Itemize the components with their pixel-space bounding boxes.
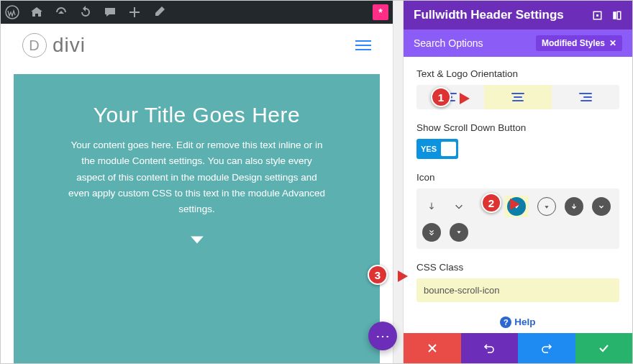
toggle-yes-label: YES bbox=[416, 145, 441, 153]
arrow-down-circle-fill-icon[interactable] bbox=[565, 197, 583, 216]
align-left-option[interactable] bbox=[416, 85, 484, 109]
arrow-down-thin-icon[interactable] bbox=[422, 197, 441, 216]
help-link[interactable]: ?Help bbox=[416, 317, 619, 328]
add-icon[interactable] bbox=[127, 5, 142, 19]
wp-logo-icon[interactable] bbox=[5, 5, 19, 19]
show-scroll-toggle[interactable]: YES bbox=[416, 139, 458, 159]
double-chevron-circle-icon[interactable] bbox=[422, 223, 441, 242]
svg-rect-2 bbox=[596, 14, 598, 17]
settings-panel: Fullwidth Header Settings Search Options… bbox=[403, 1, 632, 363]
align-right-option[interactable] bbox=[552, 85, 619, 109]
hero-title[interactable]: Your Title Goes Here bbox=[42, 103, 351, 127]
css-class-input[interactable] bbox=[416, 278, 619, 302]
chevron-down-circle-fill-icon[interactable] bbox=[592, 197, 611, 216]
expand-icon[interactable] bbox=[592, 10, 603, 21]
icon-picker bbox=[416, 188, 619, 249]
panel-title: Fullwidth Header Settings bbox=[414, 8, 564, 22]
help-label: Help bbox=[514, 317, 535, 327]
fullwidth-header-preview: Your Title Goes Here Your content goes h… bbox=[14, 74, 380, 363]
css-class-label: CSS Class bbox=[416, 262, 619, 273]
home-icon[interactable] bbox=[29, 5, 44, 19]
redo-button[interactable] bbox=[518, 333, 575, 363]
dashboard-icon[interactable] bbox=[54, 5, 68, 19]
caret-down-circle-fill-icon[interactable] bbox=[450, 223, 468, 242]
close-icon[interactable]: ✕ bbox=[609, 38, 616, 48]
save-button[interactable] bbox=[575, 333, 633, 363]
divi-logo-mark: D bbox=[22, 33, 47, 58]
help-icon: ? bbox=[500, 317, 511, 328]
undo-button[interactable] bbox=[461, 333, 519, 363]
orientation-segmented bbox=[416, 85, 619, 109]
comments-icon[interactable] bbox=[103, 5, 117, 19]
updates-icon[interactable] bbox=[78, 5, 93, 19]
panel-search-bar[interactable]: Search Options Modified Styles ✕ bbox=[404, 29, 632, 57]
module-settings-fab[interactable]: ⋯ bbox=[368, 322, 397, 350]
orientation-label: Text & Logo Orientation bbox=[416, 68, 619, 79]
divi-logo[interactable]: D divi bbox=[22, 33, 86, 58]
show-scroll-label: Show Scroll Down Button bbox=[416, 122, 619, 133]
menu-toggle[interactable] bbox=[355, 40, 371, 50]
chevron-down-icon[interactable] bbox=[450, 197, 468, 216]
search-placeholder: Search Options bbox=[414, 37, 483, 49]
icon-label: Icon bbox=[416, 172, 619, 183]
asterisk-badge[interactable]: * bbox=[373, 4, 388, 20]
modified-styles-label: Modified Styles bbox=[542, 38, 605, 48]
site-header: D divi bbox=[1, 24, 393, 67]
svg-rect-3 bbox=[613, 12, 616, 19]
divi-logo-text: divi bbox=[53, 34, 86, 57]
edit-icon[interactable] bbox=[152, 5, 166, 19]
panel-title-bar: Fullwidth Header Settings bbox=[404, 1, 632, 29]
align-center-option[interactable] bbox=[484, 85, 552, 109]
svg-rect-4 bbox=[617, 12, 621, 19]
toggle-knob bbox=[441, 142, 456, 156]
wp-admin-bar: * bbox=[1, 1, 393, 24]
modified-styles-badge[interactable]: Modified Styles ✕ bbox=[536, 35, 622, 51]
cancel-button[interactable] bbox=[404, 333, 461, 363]
scroll-down-icon[interactable] bbox=[189, 232, 205, 250]
caret-down-circle-icon[interactable] bbox=[537, 197, 556, 216]
hero-body[interactable]: Your content goes here. Edit or remove t… bbox=[68, 137, 327, 217]
panel-footer bbox=[404, 333, 632, 363]
preview-scrollbar[interactable] bbox=[393, 1, 403, 363]
chevron-down-small-icon[interactable] bbox=[477, 197, 496, 216]
caret-down-icon-selected[interactable] bbox=[507, 197, 526, 216]
snap-icon[interactable] bbox=[611, 10, 622, 21]
